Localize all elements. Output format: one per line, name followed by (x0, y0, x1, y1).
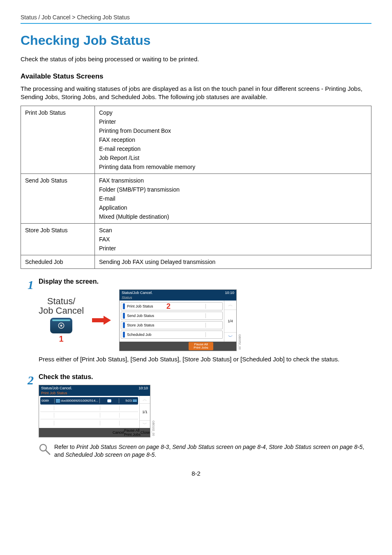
note-text: Refer to Print Job Status Screen on page… (54, 443, 371, 459)
cancel-button[interactable]: Cancel (113, 430, 124, 435)
table-item: Mixed (Multiple destination) (99, 213, 367, 220)
page-title: Checking Job Status (21, 33, 371, 48)
figure-code: GB0052_00 (238, 334, 241, 349)
scroll-down-icon[interactable]: ﹀ (140, 421, 150, 428)
table-cell-right: Copy Printer Printing from Document Box … (95, 106, 371, 173)
button-label-line2: Job Cancel (39, 306, 84, 315)
table-item: Printing data from removable memory (99, 164, 367, 170)
table-cell-left: Send Job Status (21, 173, 95, 223)
table-item: FAX reception (99, 136, 367, 143)
table-item: Printer (99, 118, 367, 125)
table-row (40, 405, 138, 412)
panel-subtitle: Print Job Status (39, 391, 150, 396)
table-item: Folder (SMB/FTP) transmission (99, 186, 367, 193)
arrow-right-icon (92, 315, 111, 325)
panel-title: Status/Job Cancel. (122, 291, 153, 295)
page-indicator: 1/4 (224, 310, 236, 333)
job-number: 0089 (42, 399, 53, 402)
intro-text: Check the status of jobs being processed… (21, 56, 371, 62)
status-job-cancel-button[interactable]: Status/ Job Cancel 1 (39, 296, 84, 344)
printer-icon (101, 399, 118, 402)
table-cell-left: Scheduled Job (21, 255, 95, 268)
scroll-up-icon[interactable]: ︿ (140, 396, 150, 403)
divider (21, 23, 371, 24)
table-row (40, 419, 138, 427)
table-item: FAX (99, 236, 367, 243)
breadcrumb: Status / Job Cancel > Checking Job Statu… (21, 14, 371, 21)
table-item: Sending Job FAX using Delayed transmissi… (99, 259, 367, 265)
table-row: Scheduled Job Sending Job FAX using Dela… (21, 255, 371, 268)
table-item: E-mail (99, 195, 367, 202)
page-indicator: 1/1 (140, 403, 150, 421)
list-item-print-job[interactable]: Print Job Status 2 (121, 302, 223, 310)
list-item-label: Store Job Status (127, 323, 154, 327)
table-row (40, 412, 138, 419)
table-row[interactable]: 0089 doc0000892010092514... 5/23 (40, 397, 138, 405)
table-item: Copy (99, 109, 367, 116)
table-item: Job Report /List (99, 155, 367, 161)
xref-link[interactable]: Send Job Status screen on page 8-4 (172, 444, 265, 450)
list-item-label: Send Job Status (127, 314, 154, 318)
svg-marker-2 (92, 316, 111, 325)
touch-panel-print-job-status: Status/Job Cancel. 10:10 Print Job Statu… (39, 385, 150, 437)
svg-point-1 (60, 325, 62, 326)
document-icon (56, 399, 60, 402)
xref-link[interactable]: Store Job Status screen on page 8-5 (269, 444, 362, 450)
pause-all-print-jobs-button[interactable]: Pause All Print Jobs (189, 342, 213, 350)
touch-panel-status: Status/Job Cancel. 10:10 Status Print Jo… (119, 289, 237, 351)
list-item-label: Print Job Status (127, 304, 153, 308)
panel-title: Status/Job Cancel. (41, 386, 72, 390)
table-cell-right: FAX transmission Folder (SMB/FTP) transm… (95, 173, 371, 223)
table-item: Application (99, 204, 367, 211)
status-icon (50, 318, 72, 333)
list-item-scheduled-job[interactable]: Scheduled Job (121, 331, 223, 339)
table-row: Store Job Status Scan FAX Printer (21, 223, 371, 255)
button-label-line1: Status/ (47, 296, 75, 306)
panel-time: 10:10 (225, 291, 235, 295)
scroll-up-icon[interactable]: ︿ (224, 301, 236, 310)
list-item-label: Scheduled Job (127, 333, 152, 337)
list-item-store-job[interactable]: Store Job Status (121, 321, 223, 329)
panel-time: 10:10 (138, 386, 148, 390)
svg-line-4 (46, 450, 50, 454)
table-item: FAX transmission (99, 177, 367, 184)
page-number: 8-2 (21, 470, 371, 477)
pause-all-print-jobs-button[interactable]: Pause All Print Jobs (124, 428, 141, 437)
figure-code: GB0182_00 (152, 421, 155, 436)
xref-link[interactable]: Print Job Status Screen on page 8-3 (76, 444, 169, 450)
available-desc: The processing and waiting statuses of j… (21, 85, 371, 102)
available-heading: Available Status Screens (21, 72, 371, 81)
scroll-down-icon[interactable]: ﹀ (224, 333, 236, 342)
callout-2: 2 (166, 302, 171, 311)
table-cell-right: Scan FAX Printer (95, 223, 371, 255)
step-number-1: 1 (21, 278, 39, 291)
status-table: Print Job Status Copy Printer Printing f… (21, 106, 371, 269)
callout-1: 1 (59, 334, 63, 344)
table-item: E-mail reception (99, 146, 367, 152)
table-row: Print Job Status Copy Printer Printing f… (21, 106, 371, 173)
table-cell-right: Sending Job FAX using Delayed transmissi… (95, 255, 371, 268)
xref-link[interactable]: Scheduled Job screen on page 8-5 (65, 451, 154, 458)
table-cell-left: Store Job Status (21, 223, 95, 255)
step-2-title: Check the status. (39, 373, 371, 381)
table-item: Printing from Document Box (99, 127, 367, 134)
magnifier-icon (39, 443, 51, 456)
table-item: Scan (99, 227, 367, 234)
pages-icon (133, 400, 137, 402)
step-1-title: Display the screen. (39, 278, 371, 285)
step-number-2: 2 (21, 373, 39, 386)
job-name: doc0000892010092514... (56, 399, 98, 402)
panel-subtitle: Status (120, 296, 236, 301)
table-item: Printer (99, 245, 367, 252)
step-1-body: Press either of [Print Job Status], [Sen… (39, 355, 371, 363)
table-row: Send Job Status FAX transmission Folder … (21, 173, 371, 223)
job-count: 5/23 (120, 399, 137, 402)
table-cell-left: Print Job Status (21, 106, 95, 173)
list-item-send-job[interactable]: Send Job Status (121, 312, 223, 320)
close-button[interactable]: Close (141, 430, 150, 435)
